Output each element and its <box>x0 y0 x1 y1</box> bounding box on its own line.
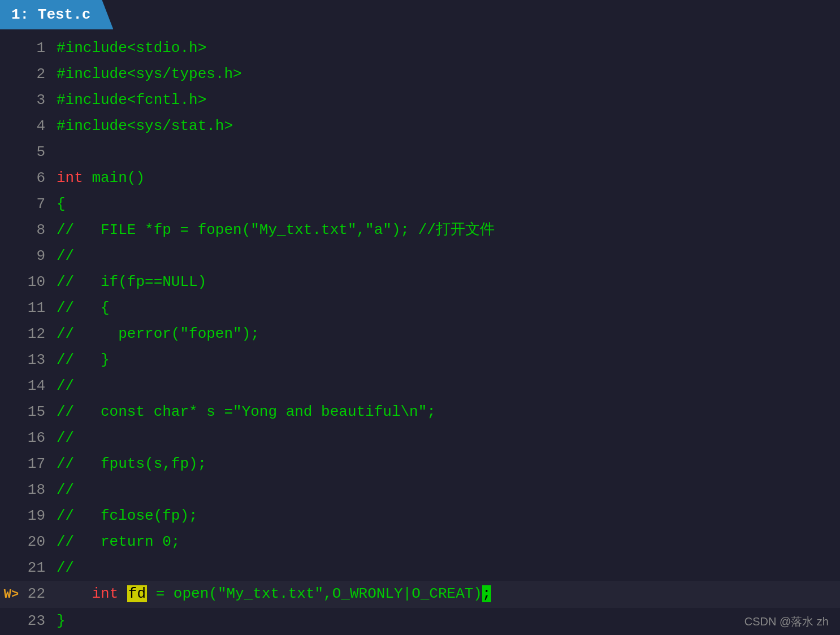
line-number-9: 9 <box>23 243 57 269</box>
code-line-18: 18 // <box>0 477 840 503</box>
code-line-22: W> 22 int fd = open("My_txt.txt",O_WRONL… <box>0 581 840 608</box>
line-number-4: 4 <box>23 113 57 139</box>
code-line-6: 6 int main() <box>0 165 840 191</box>
line-number-21: 21 <box>23 555 57 581</box>
code-area: 1 #include<stdio.h> 2 #include<sys/types… <box>0 29 840 635</box>
line-content-11: // { <box>57 295 840 321</box>
line-number-5: 5 <box>23 139 57 165</box>
line-content-22: int fd = open("My_txt.txt",O_WRONLY|O_CR… <box>57 581 840 607</box>
code-line-11: 11 // { <box>0 295 840 321</box>
line-content-13: // } <box>57 347 840 373</box>
code-line-12: 12 // perror("fopen"); <box>0 321 840 347</box>
tab-bar: 1: Test.c <box>0 0 840 29</box>
code-line-17: 17 // fputs(s,fp); <box>0 451 840 477</box>
line-content-16: // <box>57 425 840 451</box>
line-number-3: 3 <box>23 87 57 113</box>
line-content-2: #include<sys/types.h> <box>57 61 840 87</box>
line-number-11: 11 <box>23 295 57 321</box>
line-content-15: // const char* s ="Yong and beautiful\n"… <box>57 399 840 425</box>
line-content-8: // FILE *fp = fopen("My_txt.txt","a"); /… <box>57 217 840 243</box>
line-content-18: // <box>57 477 840 503</box>
line-content-7: { <box>57 191 840 217</box>
code-line-1: 1 #include<stdio.h> <box>0 35 840 61</box>
code-line-15: 15 // const char* s ="Yong and beautiful… <box>0 399 840 425</box>
line-content-10: // if(fp==NULL) <box>57 269 840 295</box>
line-content-23: } <box>57 608 840 634</box>
line-content-6: int main() <box>57 165 840 191</box>
line-number-19: 19 <box>23 503 57 529</box>
code-line-13: 13 // } <box>0 347 840 373</box>
code-line-5: 5 <box>0 139 840 165</box>
line-content-3: #include<fcntl.h> <box>57 87 840 113</box>
file-tab[interactable]: 1: Test.c <box>0 0 113 29</box>
line-number-18: 18 <box>23 477 57 503</box>
watermark: CSDN @落水 zh <box>744 614 829 629</box>
line-content-9: // <box>57 243 840 269</box>
line-content-4: #include<sys/stat.h> <box>57 113 840 139</box>
code-line-7: 7 { <box>0 191 840 217</box>
editor-container: 1: Test.c 1 #include<stdio.h> 2 #include… <box>0 0 840 635</box>
code-line-4: 4 #include<sys/stat.h> <box>0 113 840 139</box>
code-line-8: 8 // FILE *fp = fopen("My_txt.txt","a");… <box>0 217 840 243</box>
line-number-6: 6 <box>23 165 57 191</box>
line-number-20: 20 <box>23 529 57 555</box>
line-number-17: 17 <box>23 451 57 477</box>
code-line-14: 14 // <box>0 373 840 399</box>
line-number-2: 2 <box>23 61 57 87</box>
line-content-12: // perror("fopen"); <box>57 321 840 347</box>
line-number-13: 13 <box>23 347 57 373</box>
code-line-20: 20 // return 0; <box>0 529 840 555</box>
line-number-1: 1 <box>23 35 57 61</box>
line-content-21: // <box>57 555 840 581</box>
line-number-15: 15 <box>23 399 57 425</box>
line-number-14: 14 <box>23 373 57 399</box>
code-line-23: 23 } <box>0 608 840 634</box>
code-line-10: 10 // if(fp==NULL) <box>0 269 840 295</box>
line-number-7: 7 <box>23 191 57 217</box>
line-number-8: 8 <box>23 217 57 243</box>
tab-label: 1: Test.c <box>11 6 90 23</box>
code-line-9: 9 // <box>0 243 840 269</box>
line-content-19: // fclose(fp); <box>57 503 840 529</box>
code-line-19: 19 // fclose(fp); <box>0 503 840 529</box>
line-number-23: 23 <box>23 608 57 634</box>
line-content-14: // <box>57 373 840 399</box>
line-number-12: 12 <box>23 321 57 347</box>
line-content-20: // return 0; <box>57 529 840 555</box>
code-line-3: 3 #include<fcntl.h> <box>0 87 840 113</box>
line-number-16: 16 <box>23 425 57 451</box>
line-content-17: // fputs(s,fp); <box>57 451 840 477</box>
line-number-10: 10 <box>23 269 57 295</box>
code-line-16: 16 // <box>0 425 840 451</box>
code-line-2: 2 #include<sys/types.h> <box>0 61 840 87</box>
code-line-21: 21 // <box>0 555 840 581</box>
line-number-22: 22 <box>23 581 57 607</box>
line-indicator-22: W> <box>0 582 23 608</box>
line-content-1: #include<stdio.h> <box>57 35 840 61</box>
